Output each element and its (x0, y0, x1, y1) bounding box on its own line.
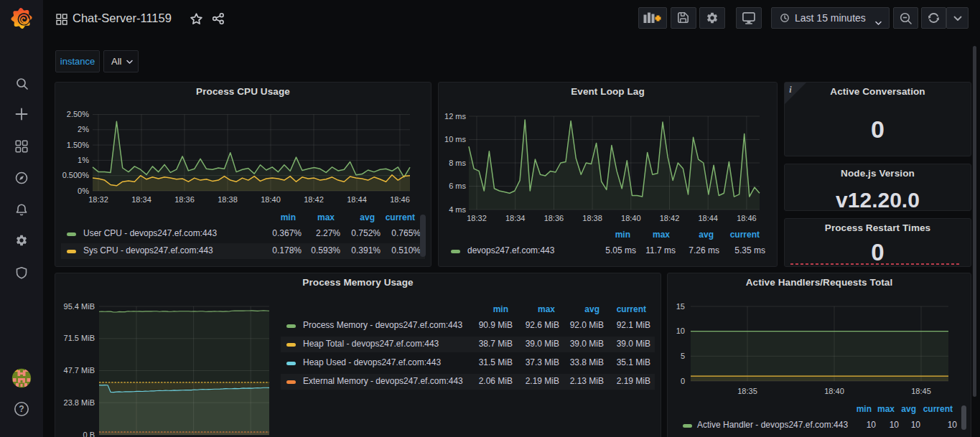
svg-text:18:35: 18:35 (737, 387, 757, 395)
svg-text:18:46: 18:46 (737, 214, 757, 222)
svg-text:8 ms: 8 ms (449, 159, 466, 167)
svg-text:0 B: 0 B (83, 431, 95, 437)
svg-text:15: 15 (676, 302, 685, 311)
svg-text:18:46: 18:46 (390, 195, 410, 204)
svg-text:18:44: 18:44 (347, 195, 367, 204)
svg-text:18:38: 18:38 (582, 214, 602, 222)
svg-text:18:42: 18:42 (660, 214, 680, 222)
svg-text:1%: 1% (78, 156, 89, 164)
svg-text:18:45: 18:45 (911, 387, 931, 395)
svg-text:47.7 MiB: 47.7 MiB (64, 366, 95, 375)
svg-text:18:42: 18:42 (304, 195, 324, 204)
svg-text:18:36: 18:36 (174, 195, 195, 204)
svg-text:18:34: 18:34 (131, 195, 151, 204)
svg-text:2.50%: 2.50% (67, 110, 89, 118)
svg-text:18:38: 18:38 (218, 195, 238, 204)
svg-text:0: 0 (681, 377, 685, 385)
svg-text:71.5 MiB: 71.5 MiB (64, 334, 95, 342)
svg-text:6 ms: 6 ms (449, 182, 466, 190)
svg-text:5: 5 (681, 352, 685, 360)
svg-text:18:40: 18:40 (261, 195, 281, 204)
svg-text:18:32: 18:32 (88, 195, 108, 204)
svg-text:10 ms: 10 ms (444, 135, 466, 144)
svg-text:?: ? (19, 404, 24, 414)
svg-text:18:44: 18:44 (698, 214, 718, 222)
svg-text:0.500%: 0.500% (62, 171, 90, 179)
svg-text:2%: 2% (78, 125, 89, 133)
svg-text:18:32: 18:32 (467, 214, 487, 222)
svg-text:4 ms: 4 ms (449, 205, 466, 214)
svg-text:0%: 0% (78, 187, 89, 195)
svg-text:18:34: 18:34 (505, 214, 526, 222)
svg-text:1.50%: 1.50% (67, 141, 89, 149)
svg-text:18:40: 18:40 (824, 387, 844, 395)
svg-text:18:40: 18:40 (621, 214, 641, 222)
svg-text:23.8 MiB: 23.8 MiB (64, 398, 95, 407)
svg-text:12 ms: 12 ms (444, 112, 466, 121)
svg-text:18:36: 18:36 (544, 214, 564, 222)
svg-text:10: 10 (676, 326, 685, 335)
